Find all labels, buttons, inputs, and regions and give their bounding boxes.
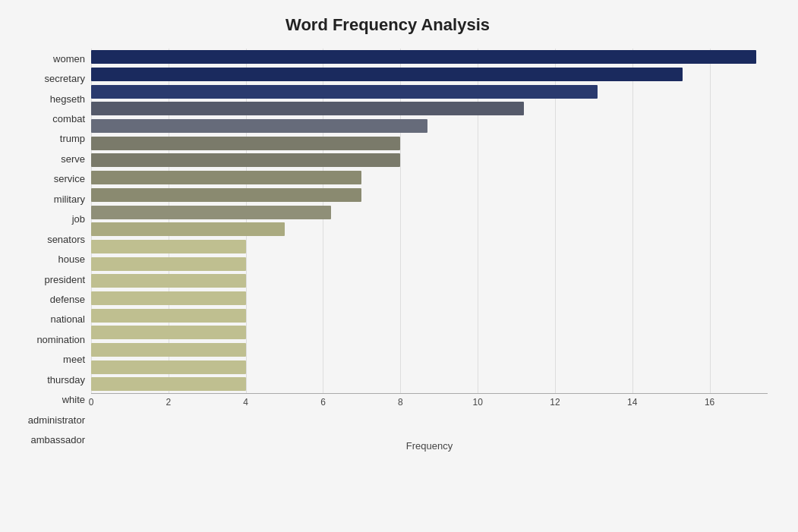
bars-area: [91, 49, 768, 393]
y-label: serve: [8, 154, 91, 164]
y-label: meet: [8, 354, 91, 364]
bar: [91, 274, 246, 288]
bar-row: [91, 359, 768, 376]
bar: [91, 102, 524, 115]
x-tick: 12: [550, 397, 560, 408]
x-tick: 2: [166, 397, 171, 408]
bar-row: [91, 324, 768, 341]
y-label: trump: [8, 134, 91, 143]
y-label: hegseth: [8, 94, 91, 104]
bar-row: [91, 238, 768, 255]
y-label: military: [8, 194, 91, 204]
x-tick: 4: [243, 397, 248, 408]
bar-row: [91, 221, 768, 238]
bar-row: [91, 66, 768, 83]
bar: [91, 153, 400, 167]
bar-row: [91, 256, 768, 272]
y-label: defense: [8, 294, 91, 304]
y-label: thursday: [8, 375, 91, 385]
x-tick: 0: [89, 397, 94, 408]
bar: [91, 137, 400, 150]
bar-row: [91, 152, 768, 168]
bars-and-xaxis: 0246810121416 Frequency: [91, 49, 768, 452]
bar-row: [91, 204, 768, 221]
bar: [91, 291, 246, 305]
y-label: senators: [8, 235, 91, 244]
bar: [91, 240, 246, 253]
bar-row: [91, 376, 768, 392]
bar-row: [91, 135, 768, 152]
bar-row: [91, 307, 768, 324]
bar-row: [91, 83, 768, 100]
bar: [91, 50, 756, 64]
bar: [91, 188, 361, 202]
bar: [91, 119, 427, 133]
y-label: combat: [8, 114, 91, 124]
bar: [91, 309, 246, 323]
bars-list: [91, 49, 768, 393]
bar-row: [91, 49, 768, 65]
bar: [91, 171, 361, 184]
x-axis: 0246810121416: [91, 393, 768, 423]
bar: [91, 326, 246, 339]
chart-title: Word Frequency Analysis: [8, 15, 768, 35]
bar: [91, 360, 246, 374]
bar-row: [91, 290, 768, 307]
y-label: women: [8, 54, 91, 64]
y-label: national: [8, 314, 91, 324]
x-tick: 8: [398, 397, 403, 408]
bar-row: [91, 169, 768, 186]
bar: [91, 68, 683, 81]
bar-row: [91, 272, 768, 289]
bar-row: [91, 118, 768, 134]
bar: [91, 257, 246, 271]
bar: [91, 206, 331, 219]
y-label: nomination: [8, 335, 91, 345]
x-tick: 10: [472, 397, 482, 408]
bar: [91, 85, 598, 99]
y-label: president: [8, 275, 91, 285]
chart-area: womensecretaryhegsethcombattrumpserveser…: [8, 49, 768, 452]
y-axis: womensecretaryhegsethcombattrumpserveser…: [8, 49, 91, 452]
bar: [91, 343, 246, 357]
chart-container: Word Frequency Analysis womensecretaryhe…: [0, 0, 798, 532]
bar-row: [91, 187, 768, 203]
y-label: administrator: [8, 415, 91, 425]
x-tick: 14: [627, 397, 637, 408]
bar: [91, 222, 285, 236]
bar-row: [91, 342, 768, 358]
bar-row: [91, 100, 768, 117]
y-label: job: [8, 214, 91, 224]
x-axis-label: Frequency: [91, 440, 768, 452]
x-tick: 6: [320, 397, 326, 408]
y-label: house: [8, 254, 91, 264]
bar: [91, 377, 246, 391]
y-label: secretary: [8, 74, 91, 83]
y-label: white: [8, 395, 91, 405]
x-tick: 16: [705, 397, 714, 408]
y-label: service: [8, 174, 91, 184]
y-label: ambassador: [8, 435, 91, 445]
